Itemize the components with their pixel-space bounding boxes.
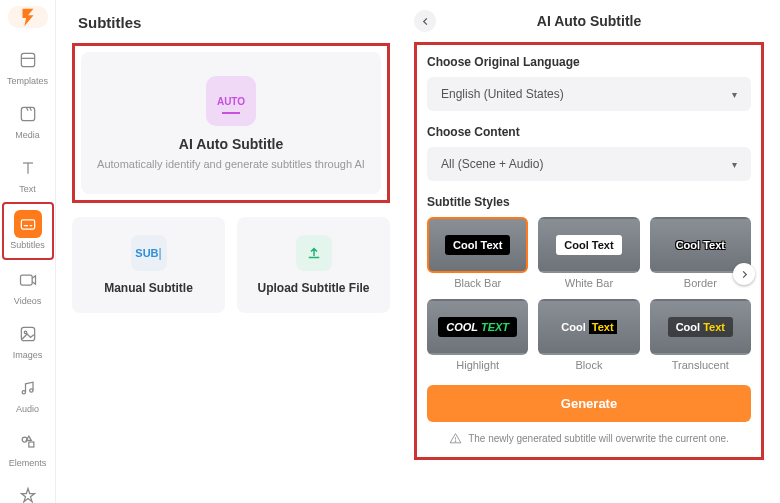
manual-subtitle-icon: SUB| (131, 235, 167, 271)
sidebar-item-text[interactable]: Text (4, 148, 52, 200)
manual-subtitle-card[interactable]: SUB| Manual Subtitle (72, 217, 225, 313)
style-highlight[interactable]: COOL TEXT (427, 299, 528, 355)
chevron-down-icon: ▾ (732, 89, 737, 100)
content-select[interactable]: All (Scene + Audio) ▾ (427, 147, 751, 181)
panel-title: AI Auto Subtitle (436, 13, 742, 29)
sidebar-item-effects[interactable]: Effects (4, 476, 52, 503)
styles-label: Subtitle Styles (427, 195, 751, 209)
nav-label: Media (15, 130, 40, 140)
style-label: Translucent (650, 359, 751, 371)
card-heading: AI Auto Subtitle (97, 136, 365, 152)
style-block[interactable]: Cool Text (538, 299, 639, 355)
selection-highlight-card: AUTO AI Auto Subtitle Automatically iden… (72, 43, 390, 203)
back-button[interactable] (414, 10, 436, 32)
language-label: Choose Original Language (427, 55, 751, 69)
panel-title: Subtitles (78, 14, 390, 31)
nav-label: Text (19, 184, 36, 194)
sidebar: Templates Media Text Subtitles Videos Im… (0, 0, 56, 503)
sidebar-item-media[interactable]: Media (4, 94, 52, 146)
app-logo (8, 6, 48, 28)
nav-label: Elements (9, 458, 47, 468)
nav-label: Audio (16, 404, 39, 414)
style-label: White Bar (538, 277, 639, 289)
style-label: Block (538, 359, 639, 371)
auto-icon: AUTO (206, 76, 256, 126)
nav-label: Subtitles (10, 240, 45, 250)
ai-auto-subtitle-card[interactable]: AUTO AI Auto Subtitle Automatically iden… (81, 52, 381, 194)
sidebar-item-videos[interactable]: Videos (4, 260, 52, 312)
style-white-bar[interactable]: Cool Text (538, 217, 639, 273)
content-label: Choose Content (427, 125, 751, 139)
chevron-down-icon: ▾ (732, 159, 737, 170)
style-black-bar[interactable]: Cool Text (427, 217, 528, 273)
subtitles-panel: Subtitles AUTO AI Auto Subtitle Automati… (56, 0, 406, 503)
language-select[interactable]: English (United States) ▾ (427, 77, 751, 111)
svg-rect-16 (28, 442, 33, 447)
media-icon (18, 104, 38, 124)
elements-icon (18, 432, 38, 452)
overwrite-warning: The newly generated subtitle will overwr… (427, 432, 751, 445)
sidebar-item-templates[interactable]: Templates (4, 40, 52, 92)
svg-point-19 (455, 441, 456, 442)
svg-point-13 (22, 391, 25, 394)
sidebar-item-subtitles[interactable]: Subtitles (4, 204, 52, 256)
select-value: English (United States) (441, 87, 564, 101)
svg-rect-7 (21, 220, 34, 229)
upload-subtitle-card[interactable]: Upload Subtitle File (237, 217, 390, 313)
card-description: Automatically identify and generate subt… (97, 158, 365, 170)
card-heading: Manual Subtitle (82, 281, 215, 295)
style-translucent[interactable]: Cool Text (650, 299, 751, 355)
effects-icon (18, 486, 38, 503)
warning-icon (449, 432, 462, 445)
svg-rect-10 (20, 275, 32, 285)
subtitle-styles-grid: Cool Text Black Bar Cool Text White Bar … (427, 217, 751, 371)
subtitles-icon (18, 214, 38, 234)
selection-highlight-sidebar: Subtitles (2, 202, 54, 260)
upload-icon (296, 235, 332, 271)
svg-point-12 (24, 331, 27, 334)
style-border[interactable]: Cool Text (650, 217, 751, 273)
style-label: Black Bar (427, 277, 528, 289)
style-label: Highlight (427, 359, 528, 371)
templates-icon (18, 50, 38, 70)
sidebar-item-audio[interactable]: Audio (4, 368, 52, 420)
nav-label: Images (13, 350, 43, 360)
selection-highlight-settings: Choose Original Language English (United… (414, 42, 764, 460)
sidebar-item-images[interactable]: Images (4, 314, 52, 366)
svg-point-14 (29, 389, 32, 392)
nav-label: Templates (7, 76, 48, 86)
videos-icon (18, 270, 38, 290)
nav-label: Videos (14, 296, 41, 306)
text-icon (18, 158, 38, 178)
audio-icon (18, 378, 38, 398)
chevron-left-icon (420, 16, 431, 27)
styles-next-button[interactable] (733, 263, 755, 285)
select-value: All (Scene + Audio) (441, 157, 543, 171)
sidebar-item-elements[interactable]: Elements (4, 422, 52, 474)
ai-auto-subtitle-panel: AI Auto Subtitle Choose Original Languag… (406, 0, 780, 503)
chevron-right-icon (739, 269, 750, 280)
svg-rect-0 (21, 53, 34, 66)
images-icon (18, 324, 38, 344)
generate-button[interactable]: Generate (427, 385, 751, 422)
card-heading: Upload Subtitle File (247, 281, 380, 295)
